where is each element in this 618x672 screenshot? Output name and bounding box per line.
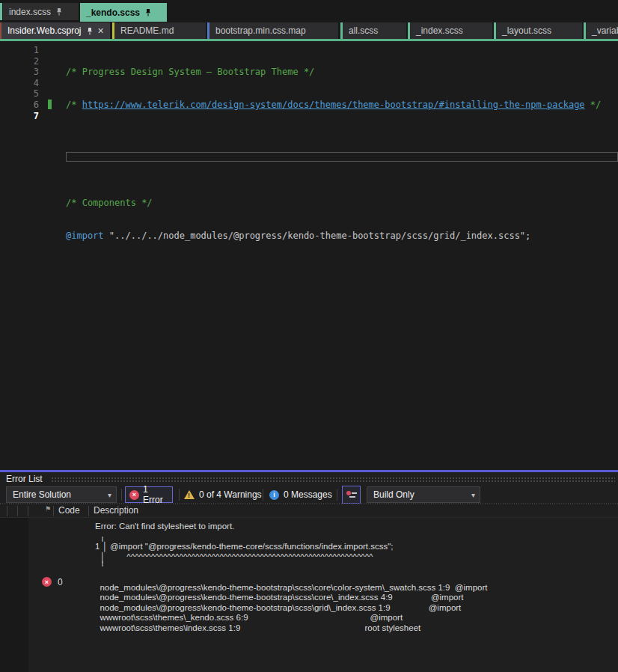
tab-variables-scss[interactable]: _variab xyxy=(586,22,618,39)
code-content[interactable]: /* Progress Design System – Bootstrap Th… xyxy=(66,45,601,296)
error-icon: × xyxy=(129,490,139,500)
tab-label: _layout.scss xyxy=(502,25,551,36)
error-code-cell: 0 xyxy=(58,577,63,587)
filter-button[interactable] xyxy=(342,486,361,504)
modified-line-indicator xyxy=(48,100,52,109)
warnings-count-label: 0 of 4 Warnings xyxy=(199,489,262,500)
pin-icon[interactable] xyxy=(55,7,63,16)
code-line-7[interactable] xyxy=(66,263,601,275)
error-description-cell: Error: Can't find stylesheet to import. … xyxy=(95,522,487,634)
chevron-down-icon: ▾ xyxy=(471,491,475,499)
line-number: 2 xyxy=(0,56,39,67)
column-separator[interactable] xyxy=(28,506,28,516)
tab-label: _kendo.scss xyxy=(86,7,140,18)
code-line-3[interactable] xyxy=(66,132,601,144)
error-glyph: × xyxy=(45,578,49,586)
current-line-number: 7 xyxy=(0,111,39,122)
line-number: 6 xyxy=(0,100,39,111)
panel-title: Error List xyxy=(6,474,43,484)
code-line-2[interactable]: /* https://www.telerik.com/design-system… xyxy=(66,100,601,111)
tab-insider-web-csproj[interactable]: Insider.Web.csproj × xyxy=(1,22,110,39)
line-number: 4 xyxy=(0,78,39,89)
error-list-toolbar: Entire Solution ▾ × 1 Error ! 0 of 4 War… xyxy=(0,485,618,504)
column-separator[interactable] xyxy=(7,506,7,516)
column-separator[interactable] xyxy=(88,506,89,516)
tab-kendo-scss-active[interactable]: _kendo.scss xyxy=(80,3,167,22)
tab-label: bootstrap.min.css.map xyxy=(215,25,306,36)
tab-bootstrap-min-css-map[interactable]: bootstrap.min.css.map xyxy=(209,22,338,39)
code-line-4[interactable] xyxy=(66,165,601,177)
code-line-5[interactable]: /* Components */ xyxy=(66,198,601,209)
error-icon: × xyxy=(42,577,52,587)
close-icon[interactable]: × xyxy=(98,25,104,36)
ide-window: index.scss _kendo.scss Insider.Web.cspro… xyxy=(0,0,618,672)
build-filter-dropdown[interactable]: Build Only ▾ xyxy=(367,486,480,503)
errors-count-label: 1 Error xyxy=(143,484,168,505)
comment-close: */ xyxy=(585,100,602,110)
messages-count-label: 0 Messages xyxy=(284,489,332,500)
line-number: 5 xyxy=(0,88,39,100)
tab-label: Insider.Web.csproj xyxy=(7,25,82,36)
chevron-down-icon: ▾ xyxy=(108,491,111,499)
warning-glyph: ! xyxy=(188,492,190,499)
column-header-description[interactable]: Description xyxy=(94,505,138,516)
tab-label: index.scss xyxy=(9,7,51,17)
tab-readme-md[interactable]: README.md xyxy=(114,22,206,39)
tab-all-scss[interactable]: all.scss xyxy=(343,22,406,39)
title-bar-grip xyxy=(51,477,615,483)
error-grid-body: × 0 Error: Can't find stylesheet to impo… xyxy=(0,518,618,672)
toolbar-separator xyxy=(121,489,122,501)
filter-icon-line xyxy=(349,496,355,498)
error-list-panel: Error List Entire Solution ▾ × 1 Error !… xyxy=(0,472,618,672)
tab-label: _index.scss xyxy=(416,25,463,36)
errors-toggle-button[interactable]: × 1 Error xyxy=(125,486,173,503)
toolbar-separator xyxy=(263,489,263,501)
warnings-toggle-button[interactable]: ! 0 of 4 Warnings xyxy=(184,486,262,503)
warning-icon: ! xyxy=(184,490,195,499)
tab-label: _variab xyxy=(592,25,618,36)
pin-icon[interactable] xyxy=(86,27,94,35)
toolbar-separator xyxy=(179,489,180,501)
messages-toggle-button[interactable]: i 0 Messages xyxy=(269,486,332,503)
line-number: 1 xyxy=(0,45,39,56)
current-line-highlight xyxy=(66,152,618,162)
tab-label: README.md xyxy=(120,25,174,36)
tab-label: all.scss xyxy=(349,25,378,36)
error-grid-header: ⚑ Code Description xyxy=(0,504,618,518)
scope-dropdown-value: Entire Solution xyxy=(13,489,71,500)
column-header-code[interactable]: Code xyxy=(58,505,80,516)
pin-icon[interactable] xyxy=(144,8,152,16)
column-separator[interactable] xyxy=(17,506,18,516)
import-keyword: @import xyxy=(66,230,104,241)
scope-dropdown[interactable]: Entire Solution ▾ xyxy=(6,486,117,503)
line-number-gutter: 1 2 3 4 5 6 7 xyxy=(0,45,39,121)
info-glyph: i xyxy=(273,491,275,498)
filter-icon xyxy=(346,491,351,495)
code-editor[interactable]: 1 2 3 4 5 6 7 /* Progress Design System … xyxy=(0,41,618,470)
column-separator[interactable] xyxy=(53,506,54,516)
tab-accent-bar xyxy=(0,3,2,20)
error-glyph: × xyxy=(132,491,136,498)
hyperlink[interactable]: https://www.telerik.com/design-system/do… xyxy=(82,100,585,110)
info-icon: i xyxy=(269,490,279,500)
severity-column-icon: ⚑ xyxy=(45,505,51,513)
grid-gutter-strip xyxy=(0,518,28,672)
code-line-6[interactable]: @import "../../../node_modules/@progress… xyxy=(66,230,601,242)
tab-index-scss[interactable]: index.scss xyxy=(3,3,79,20)
filter-icon-line xyxy=(352,492,357,494)
build-filter-value: Build Only xyxy=(373,489,414,500)
tab-layout-scss[interactable]: _layout.scss xyxy=(496,22,582,39)
toolbar-separator xyxy=(337,489,337,501)
line-number: 3 xyxy=(0,67,39,78)
tab-index-scss-2[interactable]: _index.scss xyxy=(410,22,492,39)
comment-open: /* xyxy=(66,100,82,110)
code-line-1[interactable]: /* Progress Design System – Bootstrap Th… xyxy=(66,67,601,78)
import-path-string: "../../../node_modules/@progress/kendo-t… xyxy=(104,230,531,241)
